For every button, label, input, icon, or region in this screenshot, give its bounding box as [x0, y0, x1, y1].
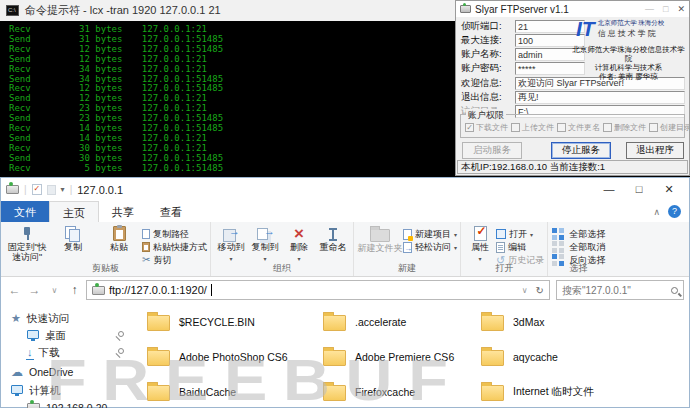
ftp-maximize-button[interactable]: □ — [663, 4, 668, 14]
checkbox-box[interactable] — [511, 123, 520, 132]
permission-checkbox[interactable]: 删除文件 — [603, 122, 646, 133]
maximize-button[interactable]: □ — [624, 183, 654, 196]
quit-msg-field[interactable]: 再见! — [515, 91, 685, 104]
copy-button[interactable]: 复制 — [50, 224, 96, 253]
folder-name: 3dMax — [513, 316, 545, 328]
pin-to-quick-access-button[interactable]: 固定到"快速访问" — [4, 224, 50, 262]
ftp-minimize-button[interactable]: — — [645, 4, 654, 14]
cmd-titlebar[interactable]: 命令提示符 - lcx -tran 1920 127.0.0.1 21 — [0, 0, 455, 21]
max-conn-label: 最大连接: — [461, 34, 511, 47]
sidebar-item-downloads[interactable]: ↓ 下载 — [1, 344, 133, 361]
select-none-icon — [552, 241, 557, 246]
recent-locations-chevron-icon[interactable]: ∨ — [46, 286, 63, 295]
search-input[interactable] — [562, 285, 671, 296]
ftp-titlebar[interactable]: Slyar FTPserver v1.1 — □ ✕ — [456, 1, 689, 17]
checkbox-box[interactable]: ✓ — [465, 123, 474, 132]
delete-button[interactable]: × 删除 ▾ — [282, 224, 316, 264]
paste-button[interactable]: 粘贴 — [96, 224, 142, 253]
address-bar[interactable]: ftp://127.0.0.1:1920/ ∨ ↻ — [86, 280, 550, 300]
back-button[interactable]: ← — [6, 283, 23, 297]
new-folder-quick-icon[interactable] — [47, 185, 56, 195]
explorer-titlebar[interactable]: | ▾ | 127.0.0.1 — □ ✕ — [1, 178, 689, 201]
folder-icon — [323, 350, 346, 366]
new-folder-icon — [370, 229, 390, 242]
folder-item[interactable]: $RECYCLE.BIN — [147, 309, 323, 334]
sidebar-item-computer[interactable]: 计算机 — [1, 382, 133, 399]
sidebar-item-onedrive[interactable]: ☁ OneDrive — [1, 363, 133, 380]
move-to-button[interactable]: 移动到 ▾ — [214, 224, 248, 264]
sidebar-item-quick-access[interactable]: ★ 快速访问 — [1, 310, 133, 327]
start-service-button[interactable]: 启动服务 — [462, 142, 522, 159]
folder-item[interactable]: BaiduCache — [147, 379, 323, 404]
checkbox-box[interactable] — [603, 123, 612, 132]
minimize-button[interactable]: — — [594, 183, 624, 196]
tab-share[interactable]: 共享 — [99, 201, 147, 222]
permission-checkbox[interactable]: 上传文件 — [511, 122, 554, 133]
folder-item[interactable]: .accelerate — [323, 309, 481, 334]
console-log-row: Recv 14 bytes 127.0.0.1:51485 — [9, 124, 455, 134]
cmd-title: 命令提示符 - lcx -tran 1920 127.0.0.1 21 — [25, 3, 221, 18]
folder-icon — [481, 350, 504, 366]
group-label-open: 打开 — [461, 262, 547, 275]
tab-home[interactable]: 主页 — [49, 201, 99, 222]
properties-quick-icon[interactable] — [32, 184, 42, 195]
folder-icon — [147, 350, 170, 366]
cmd-icon — [6, 5, 19, 16]
forward-button[interactable]: → — [26, 283, 43, 297]
properties-button[interactable]: 属性 ▾ — [464, 224, 496, 264]
folder-item[interactable]: Firefoxcache — [323, 379, 481, 404]
permission-checkbox[interactable]: ✓ 下载文件 — [465, 122, 508, 133]
tab-view[interactable]: 查看 — [147, 201, 195, 222]
edit-button[interactable]: 编辑 — [496, 241, 544, 253]
folder-item[interactable]: Adobe PhotoShop CS6 — [147, 344, 323, 369]
tab-file[interactable]: 文件 — [1, 201, 49, 222]
new-item-button[interactable]: 新建项目 ▾ — [403, 228, 457, 240]
folder-item[interactable]: Adobe Premiere CS6 — [323, 344, 481, 369]
select-all-button[interactable]: 全部选择 — [551, 228, 605, 240]
invert-selection-icon — [552, 254, 557, 259]
refresh-icon[interactable]: ↻ — [536, 285, 544, 296]
permission-checkbox[interactable]: 创建目录 — [649, 122, 690, 133]
copy-path-button[interactable]: 复制路径 — [142, 228, 207, 240]
download-arrow-icon: ↓ — [27, 347, 33, 358]
select-none-button[interactable]: 全部取消 — [551, 241, 605, 253]
folder-item[interactable]: 3dMax — [481, 309, 651, 334]
close-button[interactable]: ✕ — [654, 183, 684, 196]
quick-access-star-icon: ★ — [11, 313, 21, 324]
listen-port-field[interactable]: 21 — [515, 20, 585, 33]
checkbox-box[interactable] — [557, 123, 566, 132]
ftp-title: Slyar FTPserver v1.1 — [475, 4, 569, 15]
address-dropdown-chevron-icon[interactable]: ∨ — [522, 286, 528, 295]
new-folder-button[interactable]: 新建文件夹 — [357, 224, 403, 254]
pin-icon — [115, 331, 125, 341]
search-box[interactable] — [556, 280, 684, 300]
sidebar-item-desktop[interactable]: 桌面 — [1, 327, 133, 344]
help-icon[interactable]: ? — [668, 205, 681, 218]
sidebar-item-network-host[interactable]: 192.168.0.20 — [1, 399, 133, 408]
address-text[interactable]: ftp://127.0.0.1:1920/ — [109, 284, 207, 296]
stop-service-button[interactable]: 停止服务 — [551, 142, 611, 159]
ftp-close-button[interactable]: ✕ — [677, 4, 685, 14]
checkbox-box[interactable] — [649, 123, 658, 132]
collapse-ribbon-icon[interactable]: ∧ — [653, 207, 660, 217]
open-button[interactable]: 打开 ▾ — [496, 228, 544, 240]
rename-button[interactable]: 重命名 — [316, 224, 350, 253]
folder-name: Firefoxcache — [355, 386, 415, 398]
folder-name: Adobe PhotoShop CS6 — [179, 351, 288, 363]
easy-access-icon — [403, 242, 412, 253]
exit-program-button[interactable]: 退出程序 — [626, 142, 684, 159]
chevron-down-icon: ▾ — [454, 244, 457, 251]
ftp-app-icon — [460, 5, 471, 13]
it-college-logo: IT 北京师范大学 珠海分校 信息技术学院 — [576, 18, 688, 39]
up-button[interactable]: ↑ — [66, 283, 83, 297]
paste-shortcut-button[interactable]: 粘贴快捷方式 — [142, 241, 207, 253]
customize-toolbar-chevron-icon[interactable]: ▾ — [61, 185, 65, 194]
copy-path-icon — [142, 229, 150, 239]
navigation-pane: ★ 快速访问 桌面 ↓ 下载 ☁ OneDrive — [1, 303, 133, 405]
easy-access-button[interactable]: 轻松访问 ▾ — [403, 241, 457, 253]
folder-item[interactable]: Internet 临时文件 — [481, 379, 651, 404]
folder-item[interactable]: aqycache — [481, 344, 651, 369]
group-label-organize: 组织 — [211, 262, 353, 275]
permission-checkbox[interactable]: 文件更名 — [557, 122, 600, 133]
copy-to-button[interactable]: 复制到 ▾ — [248, 224, 282, 264]
